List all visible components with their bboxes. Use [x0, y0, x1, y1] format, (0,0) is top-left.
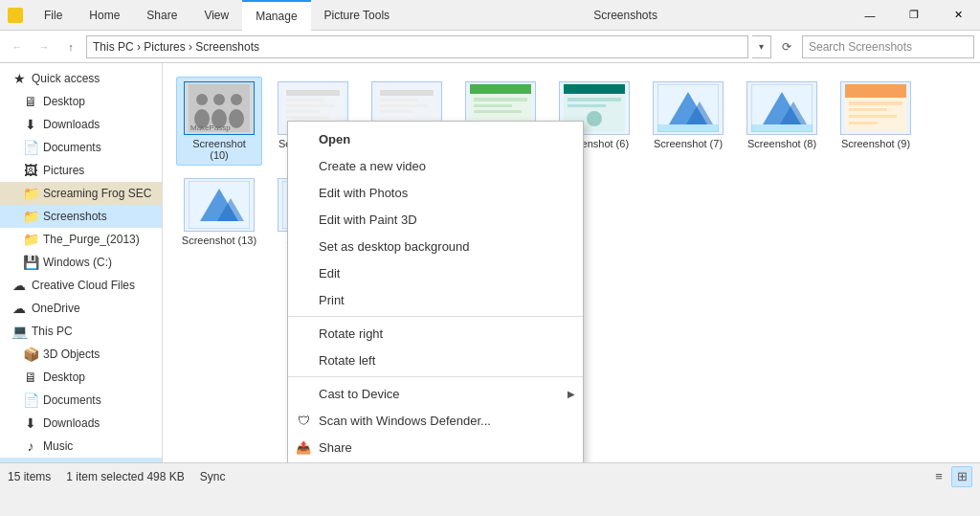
back-button[interactable]: ←	[6, 35, 29, 58]
file-name-8: Screenshot (8)	[747, 138, 816, 149]
ctx-sep-2	[288, 376, 583, 377]
file-thumb-13	[184, 178, 255, 232]
file-item-13[interactable]: Screenshot (13)	[176, 173, 262, 262]
svg-rect-13	[286, 116, 329, 119]
minimize-button[interactable]: —	[848, 0, 892, 31]
title-bar-left	[0, 8, 31, 23]
sidebar-item-purge[interactable]: 📁 The_Purge_(2013)	[0, 228, 162, 251]
svg-point-29	[587, 111, 602, 126]
drive-c-icon: 💾	[23, 255, 38, 270]
close-button[interactable]: ✕	[936, 0, 980, 31]
pc-icon: 💻	[11, 324, 27, 339]
shield-icon: 🛡	[296, 413, 311, 428]
file-name-10: Screenshot(10)	[192, 138, 246, 161]
sidebar-this-pc[interactable]: 💻 This PC	[0, 320, 162, 343]
sidebar-item-desktop[interactable]: 🖥 Desktop	[0, 90, 162, 113]
ctx-share[interactable]: 📤 Share	[288, 434, 583, 460]
ctx-sep-1	[288, 316, 583, 317]
view-large-toggle[interactable]: ⊞	[951, 466, 972, 487]
file-thumb-7	[653, 81, 724, 135]
file-thumb-10: MakePassp	[184, 81, 255, 135]
ctx-open-with[interactable]: Open with	[288, 460, 583, 462]
ctx-open[interactable]: Open	[288, 125, 583, 152]
svg-rect-23	[474, 104, 512, 107]
tab-home[interactable]: Home	[76, 0, 133, 31]
view-details-toggle[interactable]: ≡	[928, 466, 949, 487]
creative-cloud-icon: ☁	[11, 278, 27, 293]
items-count: 15 items	[8, 470, 51, 483]
tab-file[interactable]: File	[31, 0, 76, 31]
address-dropdown[interactable]: ▾	[752, 35, 771, 58]
svg-point-1	[196, 94, 208, 105]
svg-rect-22	[474, 98, 527, 101]
file-item-screenshot-10[interactable]: MakePassp Screenshot(10)	[176, 77, 262, 166]
sidebar-documents-pc[interactable]: 📄 Documents	[0, 389, 162, 412]
documents-icon: 📄	[23, 140, 38, 155]
sidebar-desktop-pc[interactable]: 🖥 Desktop	[0, 366, 162, 389]
tab-view[interactable]: View	[190, 0, 242, 31]
svg-rect-42	[849, 115, 897, 118]
svg-rect-17	[380, 99, 418, 101]
file-name-13: Screenshot (13)	[182, 235, 256, 246]
sidebar-item-creative-cloud[interactable]: ☁ Creative Cloud Files	[0, 274, 162, 297]
file-thumb-8	[746, 81, 817, 135]
forward-button[interactable]: →	[33, 35, 56, 58]
up-button[interactable]: ↑	[59, 35, 82, 58]
file-item-8[interactable]: Screenshot (8)	[739, 77, 825, 166]
ctx-set-desktop[interactable]: Set as desktop background	[288, 233, 583, 259]
svg-rect-27	[568, 98, 621, 101]
ctx-print[interactable]: Print	[288, 286, 583, 313]
tab-picture-tools[interactable]: Picture Tools	[311, 0, 403, 31]
tab-share[interactable]: Share	[133, 0, 190, 31]
ctx-scan-defender[interactable]: 🛡 Scan with Windows Defender...	[288, 407, 583, 434]
sidebar-pictures-pc[interactable]: 🖼 Pictures	[0, 458, 162, 462]
ctx-cast[interactable]: Cast to Device	[288, 380, 583, 407]
sidebar-music[interactable]: ♪ Music	[0, 435, 162, 458]
ctx-edit-photos[interactable]: Edit with Photos	[288, 179, 583, 206]
svg-rect-9	[286, 90, 340, 96]
svg-rect-39	[845, 84, 906, 98]
svg-rect-40	[849, 101, 902, 105]
ctx-create-video[interactable]: Create a new video	[288, 152, 583, 179]
main-panel: ★ Quick access 🖥 Desktop ⬇ Downloads 📄 D…	[0, 63, 980, 462]
ctx-edit[interactable]: Edit	[288, 259, 583, 286]
ctx-rotate-right[interactable]: Rotate right	[288, 320, 583, 347]
3d-icon: 📦	[23, 347, 38, 362]
search-box[interactable]: Search Screenshots	[802, 35, 974, 58]
ctx-edit-paint3d[interactable]: Edit with Paint 3D	[288, 206, 583, 233]
sidebar-item-pictures[interactable]: 🖼 Pictures	[0, 159, 162, 182]
file-item-7[interactable]: Screenshot (7)	[645, 77, 731, 166]
share-icon: 📤	[296, 439, 311, 455]
maximize-button[interactable]: ❐	[892, 0, 936, 31]
window-title: Screenshots	[403, 9, 848, 22]
sidebar-downloads-pc[interactable]: ⬇ Downloads	[0, 412, 162, 435]
sidebar-item-screaming-frog[interactable]: 📁 Screaming Frog SEC	[0, 182, 162, 205]
star-icon: ★	[11, 71, 27, 86]
refresh-button[interactable]: ⟳	[775, 35, 798, 58]
sidebar-quick-access[interactable]: ★ Quick access	[0, 67, 162, 90]
music-icon: ♪	[23, 438, 38, 454]
quick-access-label: Quick access	[32, 72, 100, 85]
svg-rect-37	[751, 124, 813, 132]
sidebar: ★ Quick access 🖥 Desktop ⬇ Downloads 📄 D…	[0, 63, 163, 462]
svg-rect-18	[380, 104, 428, 107]
address-path[interactable]: This PC › Pictures › Screenshots	[86, 35, 748, 58]
window-controls: — ❐ ✕	[848, 0, 980, 31]
folder-purge-icon: 📁	[23, 232, 38, 247]
sidebar-item-downloads[interactable]: ⬇ Downloads	[0, 113, 162, 136]
svg-rect-11	[286, 104, 334, 107]
svg-rect-21	[470, 84, 531, 94]
sidebar-item-documents[interactable]: 📄 Documents	[0, 136, 162, 159]
open-icon	[296, 131, 311, 146]
sidebar-item-onedrive[interactable]: ☁ OneDrive	[0, 297, 162, 320]
sidebar-item-screenshots[interactable]: 📁 Screenshots	[0, 205, 162, 228]
tab-manage[interactable]: Manage	[242, 0, 310, 31]
app-icon	[8, 8, 23, 23]
folder-sf-icon: 📁	[23, 186, 38, 201]
downloads-pc-icon: ⬇	[23, 415, 38, 431]
file-item-9[interactable]: Screenshot (9)	[833, 77, 919, 166]
sidebar-3d-objects[interactable]: 📦 3D Objects	[0, 343, 162, 366]
svg-rect-33	[657, 124, 719, 132]
sidebar-item-windows-c[interactable]: 💾 Windows (C:)	[0, 251, 162, 274]
ctx-rotate-left[interactable]: Rotate left	[288, 347, 583, 373]
